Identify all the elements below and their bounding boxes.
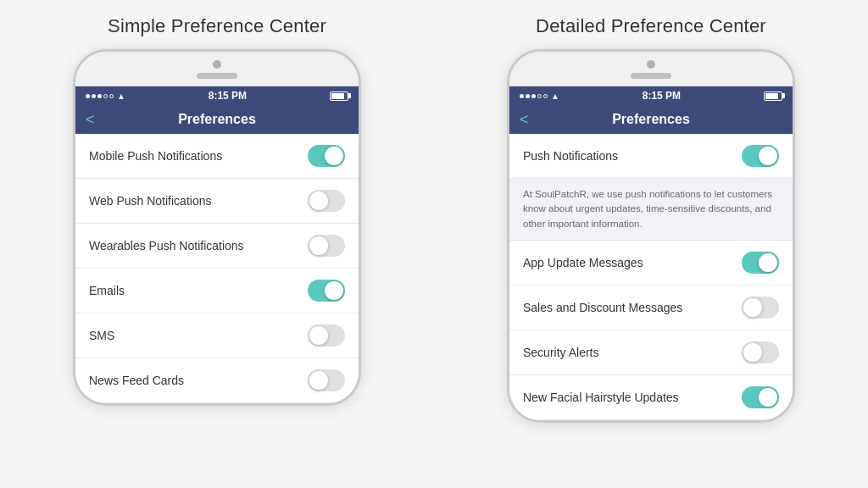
push-description-box: At SoulPatchR, we use push notifications… — [509, 179, 793, 241]
settings-list-right: Push Notifications At SoulPatchR, we use… — [509, 134, 793, 420]
battery-right — [764, 92, 782, 101]
toggle-push-notifications[interactable] — [742, 145, 779, 167]
right-panel: Detailed Preference Center ▲ 8:15 PM — [451, 15, 851, 423]
battery-left — [330, 92, 348, 101]
back-button-left[interactable]: < — [86, 111, 95, 129]
status-bar-right: ▲ 8:15 PM — [509, 86, 793, 105]
label-push-notifications: Push Notifications — [523, 149, 618, 163]
label-facial-hairstyle: New Facial Hairstyle Updates — [523, 391, 679, 404]
right-panel-title: Detailed Preference Center — [536, 15, 766, 37]
right-phone: ▲ 8:15 PM < Preferences Push Notificatio… — [507, 49, 795, 423]
toggle-security-alerts[interactable] — [742, 341, 779, 363]
status-time-right: 8:15 PM — [643, 90, 681, 102]
row-security-alerts: Security Alerts — [509, 330, 793, 375]
left-panel-title: Simple Preference Center — [108, 15, 326, 37]
row-web-push: Web Push Notifications — [75, 179, 359, 224]
speaker-right — [631, 73, 671, 79]
label-app-updates: App Update Messages — [523, 256, 643, 269]
toggle-web-push[interactable] — [308, 190, 345, 212]
toggle-emails[interactable] — [308, 280, 345, 302]
row-sales-discount: Sales and Discount Messages — [509, 286, 793, 330]
phone-top-left — [75, 52, 359, 86]
nav-bar-right: < Preferences — [509, 105, 793, 134]
signal-dots-right — [520, 94, 548, 98]
label-sales-discount: Sales and Discount Messages — [523, 301, 682, 314]
row-mobile-push: Mobile Push Notifications — [75, 134, 359, 179]
left-phone: ▲ 8:15 PM < Preferences Mobile Push Noti… — [73, 49, 361, 406]
back-button-right[interactable]: < — [520, 111, 529, 129]
toggle-news-feed[interactable] — [308, 369, 345, 391]
toggle-app-updates[interactable] — [742, 252, 779, 274]
nav-title-right: Preferences — [612, 112, 690, 127]
row-app-updates: App Update Messages — [509, 241, 793, 286]
toggle-sales-discount[interactable] — [742, 297, 779, 319]
speaker-left — [197, 73, 237, 79]
row-sms: SMS — [75, 313, 359, 358]
wifi-icon-left: ▲ — [117, 92, 125, 101]
toggle-wearables-push[interactable] — [308, 235, 345, 257]
push-description-text: At SoulPatchR, we use push notifications… — [523, 187, 779, 231]
camera-left — [213, 60, 221, 69]
row-emails: Emails — [75, 269, 359, 313]
row-news-feed: News Feed Cards — [75, 358, 359, 403]
status-time-left: 8:15 PM — [209, 90, 247, 102]
toggle-facial-hairstyle[interactable] — [742, 386, 779, 408]
label-sms: SMS — [89, 329, 114, 342]
status-bar-left: ▲ 8:15 PM — [75, 86, 359, 105]
nav-bar-left: < Preferences — [75, 105, 359, 134]
label-news-feed: News Feed Cards — [89, 374, 184, 387]
label-security-alerts: Security Alerts — [523, 346, 598, 359]
signal-dots-left — [86, 94, 114, 98]
label-web-push: Web Push Notifications — [89, 194, 211, 208]
label-mobile-push: Mobile Push Notifications — [89, 149, 222, 163]
toggle-sms[interactable] — [308, 324, 345, 347]
settings-list-left: Mobile Push Notifications Web Push Notif… — [75, 134, 359, 403]
left-panel: Simple Preference Center ▲ 8:15 PM — [17, 15, 417, 406]
nav-title-left: Preferences — [178, 112, 256, 127]
wifi-icon-right: ▲ — [551, 92, 559, 101]
row-facial-hairstyle: New Facial Hairstyle Updates — [509, 375, 793, 420]
camera-right — [647, 60, 655, 69]
row-push-notifications: Push Notifications — [509, 134, 793, 179]
row-wearables-push: Wearables Push Notifications — [75, 224, 359, 269]
phone-top-right — [509, 52, 793, 86]
label-emails: Emails — [89, 284, 125, 297]
label-wearables-push: Wearables Push Notifications — [89, 239, 244, 252]
toggle-mobile-push[interactable] — [308, 145, 345, 167]
